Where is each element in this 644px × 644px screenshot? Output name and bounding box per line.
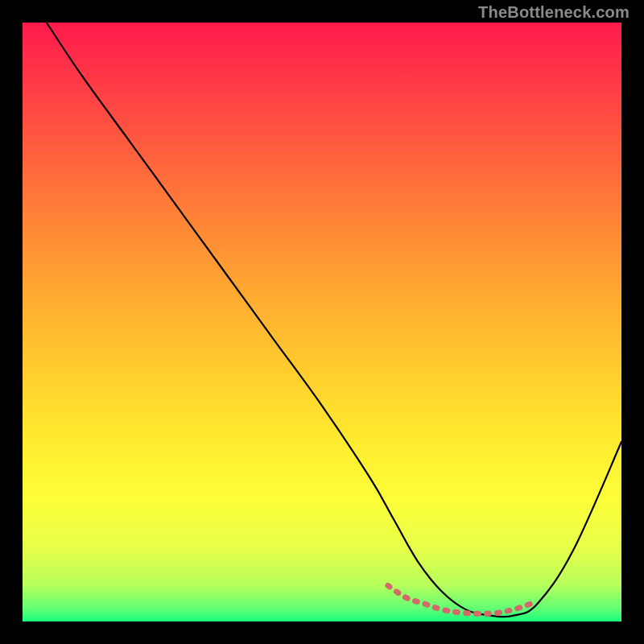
watermark-text: TheBottleneck.com — [478, 3, 630, 22]
chart-frame: TheBottleneck.com — [0, 0, 644, 644]
plot-area — [23, 23, 621, 621]
optimal-dotted-path — [388, 585, 532, 613]
optimal-range-marker — [23, 23, 621, 621]
